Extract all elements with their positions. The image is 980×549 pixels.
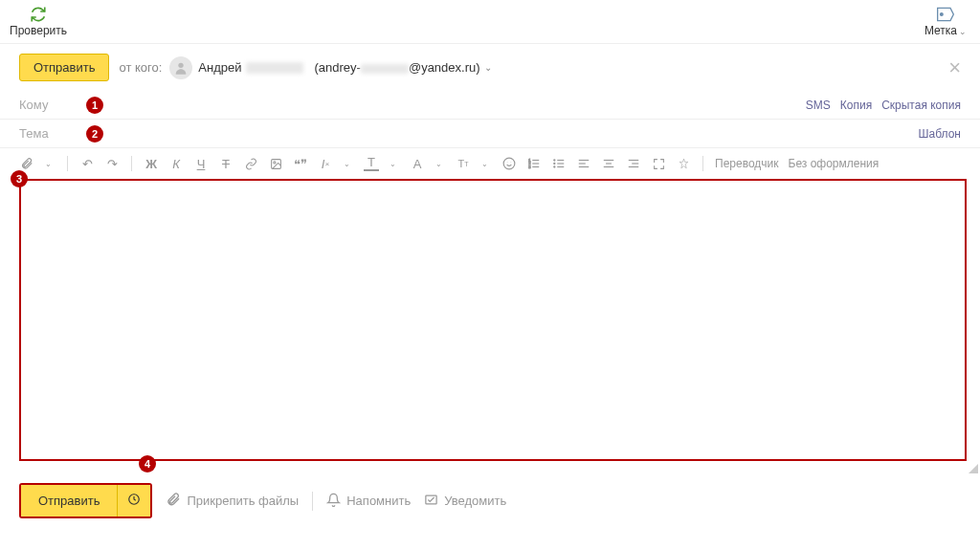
underline-icon[interactable]: Ч xyxy=(193,156,209,171)
close-icon[interactable]: × xyxy=(948,57,961,78)
remind-button[interactable]: Напомнить xyxy=(326,493,411,510)
annotation-marker-4: 4 xyxy=(139,455,156,472)
notify-label: Уведомить xyxy=(444,494,506,508)
translator-button[interactable]: Переводчик xyxy=(715,157,779,170)
sms-link[interactable]: SMS xyxy=(806,99,831,112)
separator xyxy=(67,156,68,171)
remind-label: Напомнить xyxy=(346,494,411,508)
from-name: Андрей xyxy=(198,60,241,75)
refresh-icon xyxy=(29,6,48,23)
tag-button[interactable]: Метка⌄ xyxy=(924,6,967,37)
font-color-icon[interactable]: A xyxy=(410,156,425,171)
svg-point-4 xyxy=(503,158,515,169)
chevron-down-icon[interactable]: ⌄ xyxy=(431,156,446,171)
italic-icon[interactable]: К xyxy=(168,156,184,171)
quote-icon[interactable]: ❝❞ xyxy=(293,156,308,171)
svg-point-3 xyxy=(273,161,275,163)
image-icon[interactable] xyxy=(268,156,283,171)
separator xyxy=(131,156,132,171)
fullscreen-icon[interactable] xyxy=(651,156,666,171)
attach-label: Прикрепить файлы xyxy=(187,494,299,508)
from-dropdown[interactable]: ⌄ xyxy=(484,62,492,73)
tag-icon xyxy=(936,6,955,23)
bold-icon[interactable]: Ж xyxy=(144,156,159,171)
separator xyxy=(312,492,313,511)
align-center-icon[interactable] xyxy=(601,156,616,171)
chevron-down-icon[interactable]: ⌄ xyxy=(477,156,492,171)
align-left-icon[interactable] xyxy=(576,156,591,171)
check-mail-icon xyxy=(424,493,438,510)
svg-point-17 xyxy=(554,163,555,164)
subject-field-row[interactable]: Тема 2 Шаблон xyxy=(0,120,980,148)
clear-format-icon[interactable]: I× xyxy=(318,156,333,171)
svg-point-16 xyxy=(554,160,555,161)
to-field-row[interactable]: Кому 1 SMS Копия Скрытая копия xyxy=(0,91,980,120)
attach-icon[interactable] xyxy=(19,156,34,171)
schedule-send-button[interactable] xyxy=(118,485,150,516)
send-button-bottom[interactable]: Отправить xyxy=(21,485,118,516)
redacted-surname xyxy=(246,62,303,74)
align-right-icon[interactable] xyxy=(626,156,641,171)
annotation-marker-1: 1 xyxy=(86,97,103,114)
font-size-icon[interactable]: TT xyxy=(456,156,471,171)
svg-point-18 xyxy=(554,166,555,167)
from-email: (andrey-@yandex.ru) xyxy=(315,60,480,75)
annotation-marker-2: 2 xyxy=(86,125,103,143)
tag-label: Метка⌄ xyxy=(924,24,967,37)
chevron-down-icon: ⌄ xyxy=(959,27,967,36)
ordered-list-icon[interactable]: 123 xyxy=(526,156,542,171)
text-color-icon[interactable]: T xyxy=(364,156,379,171)
bell-icon xyxy=(326,493,341,510)
noformat-button[interactable]: Без оформления xyxy=(789,157,880,170)
compose-body[interactable] xyxy=(19,179,967,461)
chevron-down-icon[interactable]: ⌄ xyxy=(339,156,354,171)
subject-label: Тема xyxy=(19,126,77,141)
pin-icon[interactable] xyxy=(676,156,691,171)
bcc-link[interactable]: Скрытая копия xyxy=(881,99,961,112)
link-icon[interactable] xyxy=(243,156,258,171)
format-toolbar: ⌄ ↶ ↷ Ж К Ч Т ❝❞ I× ⌄ T ⌄ A ⌄ TT ⌄ 123 П… xyxy=(0,148,980,179)
annotation-marker-3: 3 xyxy=(11,170,28,187)
svg-point-1 xyxy=(179,62,184,67)
chevron-down-icon[interactable]: ⌄ xyxy=(40,156,56,171)
to-label: Кому xyxy=(19,98,77,112)
paperclip-icon xyxy=(166,492,181,510)
chevron-down-icon[interactable]: ⌄ xyxy=(385,156,400,171)
redacted-email-part xyxy=(361,64,409,74)
clock-icon xyxy=(127,493,141,509)
svg-text:3: 3 xyxy=(528,165,531,169)
emoji-icon[interactable] xyxy=(501,156,517,171)
attach-files-button[interactable]: Прикрепить файлы xyxy=(166,492,299,510)
separator xyxy=(702,156,703,171)
cc-link[interactable]: Копия xyxy=(840,99,872,112)
bullet-list-icon[interactable] xyxy=(551,156,567,171)
svg-point-0 xyxy=(940,13,943,16)
strike-icon[interactable]: Т xyxy=(218,156,234,171)
undo-icon[interactable]: ↶ xyxy=(79,156,95,171)
check-mail-label: Проверить xyxy=(10,24,67,37)
template-link[interactable]: Шаблон xyxy=(919,127,961,141)
redo-icon[interactable]: ↷ xyxy=(104,156,120,171)
check-mail-button[interactable]: Проверить xyxy=(10,6,67,37)
avatar-icon xyxy=(169,56,192,79)
notify-button[interactable]: Уведомить xyxy=(424,493,506,510)
from-label: от кого: xyxy=(119,60,162,75)
send-button-top[interactable]: Отправить xyxy=(19,54,109,81)
